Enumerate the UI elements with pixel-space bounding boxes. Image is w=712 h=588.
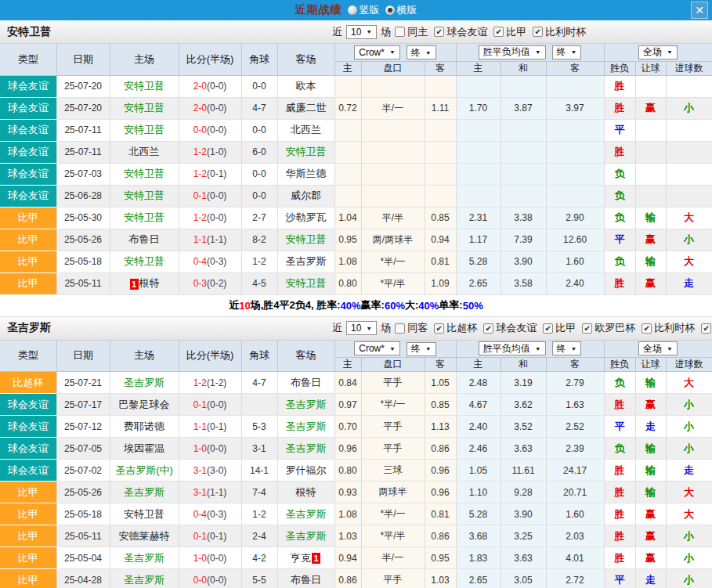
away-team-cell: 圣吉罗斯 [277,251,334,272]
league-type-cell: 球会友谊 [0,416,56,438]
col-odds-away: 客 [425,61,456,75]
avg-away-cell: 4.01 [546,547,604,569]
match-row: 球会友谊25-06-28安特卫普0-1(0-0)0-0威尔郡负 [0,185,712,207]
avg-away-cell: 2.40 [546,272,604,294]
home-team-cell: 圣吉罗斯 [110,569,179,588]
filter-checkbox-checked[interactable]: ✔ [642,323,652,334]
avg-home-cell: 1.10 [456,482,501,503]
handicap-result-cell: 赢 [635,229,666,251]
home-team-name: 安特卫普 [124,508,164,520]
away-odds-cell: 0.86 [425,525,456,547]
filter-checkbox-checked[interactable]: ✔ [582,323,592,334]
home-team-cell: 圣吉罗斯 [110,372,179,394]
recent-games-select[interactable]: 10▼ [346,321,377,335]
close-icon[interactable]: ✕ [691,2,708,19]
result-cell: 胜 [604,503,635,525]
avg-draw-cell: 3.25 [501,525,546,547]
scope-select[interactable]: 全场▼ [638,341,678,355]
league-type-cell: 球会友谊 [0,460,56,482]
avg-type-select[interactable]: 胜平负均值▼ [479,341,546,355]
league-type-cell: 比甲 [0,525,56,547]
result-cell: 胜 [604,547,635,569]
avg-draw-cell: 7.39 [501,229,546,251]
filter-label: 球会友谊 [446,25,487,39]
avg-type-select[interactable]: 胜平负均值▼ [479,45,546,60]
scope-select[interactable]: 全场▼ [638,45,678,60]
home-team-cell: 圣吉罗斯 [110,482,179,503]
home-team-cell: 安特卫普 [110,119,179,141]
away-team-cell: 北西兰 [277,119,334,141]
avg-away-cell: 2.72 [546,569,604,588]
filter-checkbox-checked[interactable]: ✔ [543,323,553,334]
filters-bar: 近10▼场同主✔球会友谊✔比甲✔比利时杯 [331,20,587,43]
avg-away-cell: 1.60 [546,251,604,272]
away-team-name: 沙勒罗瓦 [286,211,327,223]
corner-cell: 0-0 [241,163,277,185]
score-cell: 1-2(1-2) [179,372,241,394]
goals-result-cell: 小 [666,97,712,119]
result-cell: 负 [604,372,635,394]
away-team-cell: 威廉二世 [277,97,334,119]
fulltime-score: 0-3 [193,278,207,289]
avg-type-value: 胜平负均值 [483,342,530,355]
avg-group-header: 胜平负均值▼终▼ [456,341,604,358]
home-odds-cell: 0.97 [334,394,361,416]
filter-label: 比甲 [506,25,526,39]
league-type-cell: 球会友谊 [0,185,56,207]
away-team-cell: 布鲁日 [277,569,334,588]
layout-vertical-radio[interactable]: 竖版 [348,3,380,17]
odds-stage-select[interactable]: 终▼ [407,45,436,60]
home-team-cell: 布鲁日 [110,229,179,251]
filter-checkbox-unchecked[interactable] [395,323,405,334]
filter-checkbox-checked[interactable]: ✔ [434,323,444,334]
avg-home-cell: 2.48 [456,372,501,394]
date-cell: 25-05-04 [56,547,110,569]
result-cell: 胜 [604,460,635,482]
handicap-result-cell: 走 [635,569,666,588]
score-cell: 0-4(0-3) [179,503,241,525]
filter-checkbox-checked[interactable]: ✔ [483,323,493,334]
filter-checkbox-checked[interactable]: ✔ [434,27,444,37]
corner-cell: 14-1 [241,460,277,482]
recent-games-select[interactable]: 10▼ [346,25,377,39]
avg-stage-select[interactable]: 终▼ [552,45,582,60]
odds-company-select[interactable]: Crow*▼ [354,341,400,355]
match-row: 比超杯25-07-21圣吉罗斯1-2(1-2)4-7布鲁日0.84平手1.052… [0,372,712,394]
handicap-line-cell: 半/一 [361,97,425,119]
goals-result-cell: 小 [666,525,712,547]
result-cell: 胜 [604,272,635,294]
handicap-line-cell: *平/半 [361,525,425,547]
avg-home-cell: 2.46 [456,438,501,460]
away-team-name: 罗什福尔 [286,464,327,476]
home-team-name: 安特卫普 [124,255,164,267]
home-team-cell: 安特卫普 [110,207,179,229]
filter-checkbox-checked[interactable]: ✔ [701,323,711,334]
league-type-cell: 球会友谊 [0,141,56,163]
filter-checkbox-checked[interactable]: ✔ [493,27,504,37]
date-cell: 25-06-28 [56,185,110,207]
odds-company-select[interactable]: Crow*▼ [354,45,400,60]
avg-stage-select[interactable]: 终▼ [552,341,582,355]
home-odds-cell: 1.08 [334,251,361,272]
layout-horizontal-radio[interactable]: 横版 [385,3,417,17]
away-odds-cell: 1.11 [425,97,456,119]
away-team-name: 布鲁日 [291,574,321,586]
goals-result-cell: 走 [666,460,712,482]
filter-checkbox-checked[interactable]: ✔ [533,27,543,37]
league-type-cell: 比甲 [0,503,56,525]
section-header-away-team: 圣吉罗斯 近10▼场同客✔比超杯✔球会友谊✔比甲✔欧罗巴杯✔比利时杯✔欧冠杯 [0,317,712,341]
goals-result-cell [666,141,712,163]
handicap-line-cell [361,163,425,185]
away-odds-cell: 1.13 [425,416,456,438]
filter-checkbox-unchecked[interactable] [395,27,405,37]
match-row: 球会友谊25-07-02圣吉罗斯(中)3-1(3-0)14-1罗什福尔0.80三… [0,460,712,482]
summary-segment: 40% [341,300,361,312]
summary-segment: 单率: [439,298,462,312]
odds-stage-select[interactable]: 终▼ [407,342,436,356]
home-odds-cell: 0.95 [334,229,361,251]
avg-draw-cell [501,119,546,141]
goals-result-cell: 小 [666,416,712,438]
avg-away-cell: 12.60 [546,229,604,251]
section-header-home-team: 安特卫普 近10▼场同主✔球会友谊✔比甲✔比利时杯 [0,20,712,44]
home-team-name: 安德莱赫特 [119,530,170,542]
